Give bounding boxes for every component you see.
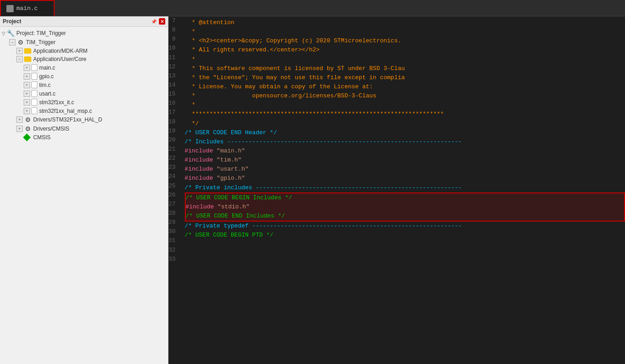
tree-item-usart-c[interactable]: +usart.c [0,89,168,98]
line-number-14: 14 [168,81,179,90]
line-number-15: 15 [168,90,179,99]
expand-btn[interactable]: + [24,65,30,71]
gear-icon: ⚙ [24,125,31,132]
sidebar-title: Project [3,18,21,25]
code-content: * @attention * * <h2><center>&copy; Copy… [179,16,625,364]
tree-item-main-c[interactable]: +main.c [0,63,168,72]
file-icon [31,64,37,71]
code-line-8: * [185,27,625,36]
expand-btn[interactable]: − [16,56,23,62]
code-line-31: /* Private typedef ---------------------… [185,222,625,231]
line-number-9: 9 [168,35,179,44]
tree-item-drivers-hal[interactable]: +⚙Drivers/STM32F1xx_HAL_D [0,115,168,124]
line-number-11: 11 [168,53,179,62]
gear-icon: ⚙ [17,39,24,46]
line-number-17: 17 [168,108,179,117]
line-number-18: 18 [168,117,179,126]
code-line-27: /* USER CODE BEGIN Includes */ [185,192,625,202]
line-number-12: 12 [168,62,179,71]
code-line-16: * [185,101,625,110]
file-icon [31,99,37,106]
file-tab-icon [6,5,14,12]
line-number-28: 28 [168,209,179,218]
code-area[interactable]: 7891011121314151617181920212223242526272… [168,16,625,364]
expand-btn[interactable]: + [16,48,23,54]
tree-label: TIM_Trigger [26,39,56,46]
project-tree: ▽🔧Project: TIM_Trigger−⚙TIM_Trigger+Appl… [0,27,168,364]
tree-label: Application/User/Core [33,56,86,62]
code-line-17: ****************************************… [185,110,625,119]
line-number-25: 25 [168,182,179,191]
gear-icon: ⚙ [24,116,31,123]
line-number-32: 32 [168,246,179,255]
project-icon: 🔧 [7,30,15,37]
pin-icon[interactable]: 📌 [151,18,157,25]
tree-item-tim-trigger[interactable]: −⚙TIM_Trigger [0,38,168,47]
code-line-23: #include "usart.h" [185,165,625,174]
code-line-18: */ [185,119,625,128]
file-icon [31,73,37,80]
expand-btn[interactable]: + [24,99,30,106]
line-numbers: 7891011121314151617181920212223242526272… [168,16,179,364]
tree-label: Project: TIM_Trigger [16,30,66,36]
expand-btn[interactable]: + [24,108,30,114]
line-number-19: 19 [168,126,179,136]
sidebar-header: Project 📌 ✕ [0,16,168,27]
tree-label: Drivers/CMSIS [33,126,69,132]
line-number-13: 13 [168,71,179,81]
expand-btn[interactable]: + [16,116,23,123]
line-number-20: 20 [168,136,179,145]
line-number-8: 8 [168,25,179,35]
tree-item-app-user-core[interactable]: −Application/User/Core [0,55,168,63]
code-line-22: #include "tim.h" [185,156,625,165]
tree-label: Drivers/STM32F1xx_HAL_D [33,116,102,123]
line-number-31: 31 [168,236,179,245]
code-line-15: * opensource.org/licenses/BSD-3-Claus [185,91,625,101]
line-number-26: 26 [168,191,179,200]
tree-label: usart.c [39,91,56,97]
line-number-30: 30 [168,227,179,236]
line-number-29: 29 [168,218,179,227]
tree-label: gpio.c [39,73,54,80]
expand-btn[interactable]: + [16,126,23,132]
tree-item-cmsis[interactable]: CMSIS [0,133,168,142]
folder-icon [24,48,31,54]
tree-item-gpio-c[interactable]: +gpio.c [0,72,168,81]
close-button[interactable]: ✕ [159,18,165,25]
code-editor: 7891011121314151617181920212223242526272… [168,16,625,364]
tree-item-project-root[interactable]: ▽🔧Project: TIM_Trigger [0,29,168,38]
project-expand[interactable]: ▽ [2,31,5,36]
code-line-20: /* Includes ----------------------------… [185,137,625,147]
line-number-16: 16 [168,99,179,108]
code-line-19: /* USER CODE END Header */ [185,128,625,137]
code-line-9: * <h2><center>&copy; Copyright (c) 2020 … [185,36,625,46]
code-line-24: #include "gpio.h" [185,174,625,183]
tree-item-drivers-cmsis[interactable]: +⚙Drivers/CMSIS [0,124,168,133]
project-sidebar: Project 📌 ✕ ▽🔧Project: TIM_Trigger−⚙TIM_… [0,16,168,364]
tree-item-tim-c[interactable]: +tim.c [0,81,168,89]
code-line-10: * All rights reserved.</center></h2> [185,46,625,55]
expand-btn[interactable]: − [9,39,15,46]
line-number-21: 21 [168,145,179,154]
line-number-10: 10 [168,44,179,53]
tab-label: main.c [16,5,38,12]
code-line-7: * @attention [185,18,625,27]
code-line-26: /* Private includes --------------------… [185,183,625,192]
tree-label: Application/MDK-ARM [33,48,87,54]
line-number-23: 23 [168,163,179,172]
expand-btn[interactable]: + [24,82,30,88]
file-icon [31,81,37,88]
file-icon [31,107,37,114]
tree-label: stm32f1xx_it.c [39,99,74,106]
line-number-27: 27 [168,200,179,209]
tree-item-stm32f1xx-hal-msp-c[interactable]: +stm32f1xx_hal_msp.c [0,106,168,115]
expand-btn[interactable]: + [24,91,30,97]
code-line-29: /* USER CODE END Includes */ [185,212,625,222]
tree-label: tim.c [39,82,51,88]
editor-tab-main-c[interactable]: main.c [0,0,55,16]
tree-item-app-mdk[interactable]: +Application/MDK-ARM [0,47,168,55]
tree-item-stm32f1xx-it-c[interactable]: +stm32f1xx_it.c [0,98,168,106]
file-icon [31,90,37,97]
expand-btn[interactable]: + [24,73,30,80]
line-number-22: 22 [168,154,179,163]
